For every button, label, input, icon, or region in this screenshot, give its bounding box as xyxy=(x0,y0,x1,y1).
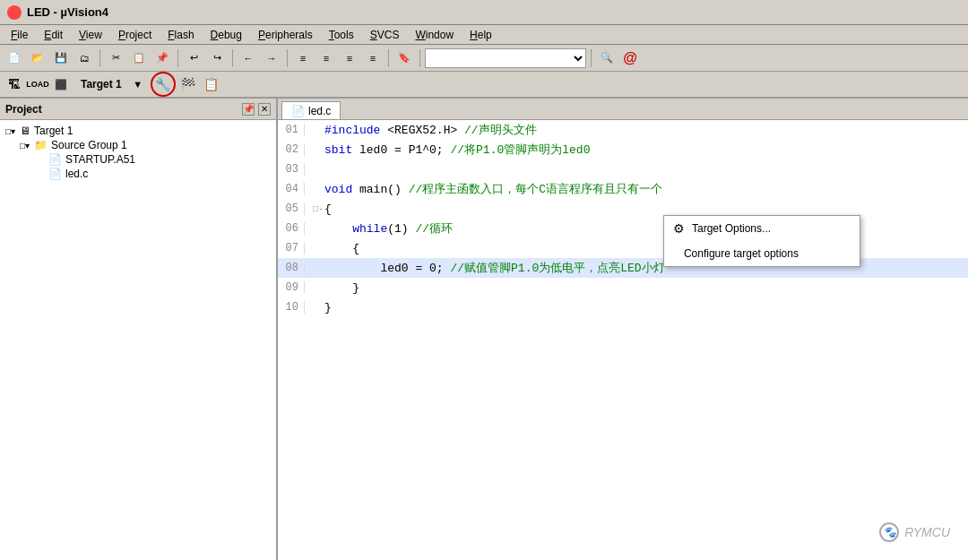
code-line-05: 05 □- { xyxy=(278,199,968,219)
build-all-button[interactable]: 🏗 xyxy=(4,73,25,95)
window-title: LED - µVision4 xyxy=(27,5,108,19)
line-num-09: 09 xyxy=(278,281,305,294)
tb-btn-4[interactable]: ≡ xyxy=(362,47,384,69)
code-line-03: 03 xyxy=(278,159,968,179)
line-num-02: 02 xyxy=(278,143,305,156)
tab-icon: 📄 xyxy=(291,105,305,117)
menu-tools[interactable]: Tools xyxy=(322,27,361,43)
line-content-04: void main() //程序主函数入口，每个C语言程序有且只有一个 xyxy=(324,181,968,197)
toolbar-separator xyxy=(287,49,288,67)
search-dropdown[interactable] xyxy=(425,48,586,68)
menu-debug[interactable]: Debug xyxy=(203,27,249,43)
toolbar-separator xyxy=(177,49,178,67)
open-button[interactable]: 📂 xyxy=(27,47,48,69)
tree-label-ledc: led.c xyxy=(65,168,88,180)
tb2-btn3[interactable]: ⬛ xyxy=(50,73,72,95)
copy-button[interactable]: 📋 xyxy=(128,47,150,69)
toolbar-separator xyxy=(388,49,389,67)
menu-bar: File Edit View Project Flash Debug Perip… xyxy=(0,25,968,45)
search-button[interactable]: 🔍 xyxy=(596,47,618,69)
cut-button[interactable]: ✂ xyxy=(105,47,126,69)
help-button[interactable]: @ xyxy=(619,47,641,69)
tb2-btn5[interactable]: 🏁 xyxy=(177,73,199,95)
menu-edit[interactable]: Edit xyxy=(37,27,70,43)
menu-project[interactable]: Project xyxy=(111,27,159,43)
tree-expand-ledc xyxy=(34,169,48,179)
line-num-05: 05 xyxy=(278,202,305,215)
tb2-btn6[interactable]: 📋 xyxy=(201,73,222,95)
code-line-06: 06 while(1) //循环 xyxy=(278,219,968,238)
code-line-04: 04 void main() //程序主函数入口，每个C语言程序有且只有一个 xyxy=(278,179,968,199)
save-button[interactable]: 💾 xyxy=(50,47,72,69)
line-collapse-05[interactable]: □- xyxy=(312,204,324,214)
target-icon: 🖥 xyxy=(20,125,30,137)
tree-expand-target1[interactable]: □▾ xyxy=(5,126,20,136)
menu-flash[interactable]: Flash xyxy=(160,27,201,43)
panel-close-button[interactable]: ✕ xyxy=(258,103,271,116)
bookmark-button[interactable]: 🔖 xyxy=(393,47,415,69)
menu-view[interactable]: View xyxy=(72,27,109,43)
nav-back-button[interactable]: ← xyxy=(238,47,259,69)
panel-pin-button[interactable]: 📌 xyxy=(242,103,255,116)
line-content-02: sbit led0 = P1^0; //将P1.0管脚声明为led0 xyxy=(324,142,968,158)
dropdown-label-configure: Configure target options xyxy=(684,247,799,260)
menu-svcs[interactable]: SVCS xyxy=(363,27,407,43)
project-tree: □▾ 🖥 Target 1 □▾ 📁 Source Group 1 📄 STAR… xyxy=(0,120,276,560)
target-options-icon: 🔧 xyxy=(155,77,170,91)
line-content-01: #include <REGX52.H> //声明头文件 xyxy=(324,122,968,138)
panel-controls: 📌 ✕ xyxy=(242,103,271,116)
menu-window[interactable]: Window xyxy=(408,27,461,43)
tab-ledc[interactable]: 📄 led.c xyxy=(281,101,341,119)
menu-peripherals[interactable]: Peripherals xyxy=(251,27,320,43)
line-num-03: 03 xyxy=(278,163,305,176)
code-line-10: 10 } xyxy=(278,297,968,317)
target-options-button[interactable]: 🔧 xyxy=(151,72,176,97)
toolbar1: 📄 📂 💾 🗂 ✂ 📋 📌 ↩ ↪ ← → ≡ ≡ ≡ ≡ 🔖 🔍 @ xyxy=(0,45,968,72)
line-content-07: { xyxy=(324,242,968,255)
redo-button[interactable]: ↪ xyxy=(206,47,228,69)
code-area: 📄 led.c 01 #include <REGX52.H> //声明头文件 0… xyxy=(278,99,968,560)
target-label: Target 1 xyxy=(73,78,129,90)
tree-expand-startup xyxy=(34,155,48,165)
toolbar-separator xyxy=(232,49,233,67)
target-dropdown-arrow[interactable]: ▼ xyxy=(131,73,145,95)
tree-item-startup[interactable]: 📄 STARTUP.A51 xyxy=(32,152,272,167)
tb-btn-1[interactable]: ≡ xyxy=(292,47,314,69)
code-content[interactable]: 01 #include <REGX52.H> //声明头文件 02 sbit l… xyxy=(278,120,968,560)
main-area: Project 📌 ✕ □▾ 🖥 Target 1 □▾ 📁 Source Gr… xyxy=(0,99,968,560)
toolbar2: 🏗 LOAD ⬛ Target 1 ▼ 🔧 🏁 📋 xyxy=(0,72,968,99)
tree-expand-sourcegroup1[interactable]: □▾ xyxy=(20,141,34,151)
target-options-dropdown: ⚙ Target Options... Configure target opt… xyxy=(663,215,860,267)
tree-item-ledc[interactable]: 📄 led.c xyxy=(32,167,272,181)
paste-button[interactable]: 📌 xyxy=(151,47,173,69)
new-file-button[interactable]: 📄 xyxy=(4,47,25,69)
project-panel-title: Project xyxy=(5,103,42,116)
dropdown-item-target-options[interactable]: ⚙ Target Options... xyxy=(664,216,860,241)
tab-label: led.c xyxy=(308,105,331,117)
tree-item-sourcegroup1[interactable]: □▾ 📁 Source Group 1 xyxy=(18,138,272,152)
target-options-menu-icon: ⚙ xyxy=(673,221,685,236)
tb-btn-3[interactable]: ≡ xyxy=(339,47,360,69)
dropdown-item-configure[interactable]: Configure target options xyxy=(664,241,860,266)
tab-bar: 📄 led.c xyxy=(278,99,968,120)
line-content-06: while(1) //循环 xyxy=(324,220,968,237)
project-panel-header: Project 📌 ✕ xyxy=(0,99,276,120)
configure-menu-icon xyxy=(673,246,677,261)
watermark-text: RYMCU xyxy=(904,525,950,539)
undo-button[interactable]: ↩ xyxy=(183,47,204,69)
save-all-button[interactable]: 🗂 xyxy=(73,47,95,69)
code-line-08: 08 led0 = 0; //赋值管脚P1.0为低电平，点亮LED小灯 xyxy=(278,258,968,278)
tb-btn-2[interactable]: ≡ xyxy=(315,47,337,69)
toolbar-separator xyxy=(419,49,420,67)
menu-help[interactable]: Help xyxy=(462,27,499,43)
code-line-02: 02 sbit led0 = P1^0; //将P1.0管脚声明为led0 xyxy=(278,140,968,159)
menu-file[interactable]: File xyxy=(4,27,35,43)
sourcegroup-icon: 📁 xyxy=(34,139,48,151)
line-content-09: } xyxy=(324,281,968,295)
line-content-05: { xyxy=(324,202,968,216)
tree-item-target1[interactable]: □▾ 🖥 Target 1 xyxy=(4,124,272,138)
toolbar-separator xyxy=(591,49,592,67)
app-icon xyxy=(7,5,22,20)
load-button[interactable]: LOAD xyxy=(27,73,48,95)
nav-forward-button[interactable]: → xyxy=(261,47,282,69)
